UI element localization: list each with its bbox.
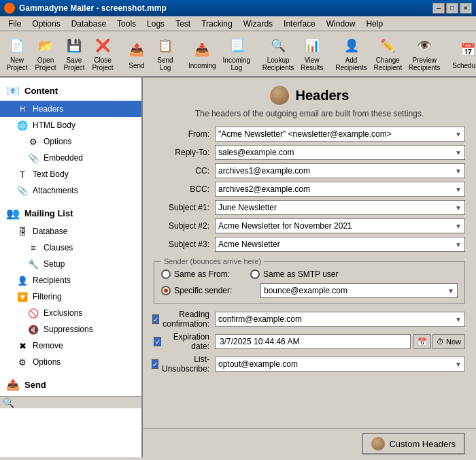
sidebar-item-headers[interactable]: H Headers xyxy=(0,101,141,117)
sidebar-item-remove[interactable]: ✖ Remove xyxy=(0,338,141,354)
change-recipient-button[interactable]: ✏️ ChangeRecipient xyxy=(372,34,405,73)
reading-checkbox[interactable]: ✓ xyxy=(152,314,159,324)
same-as-from-radio-group[interactable]: Same as From: xyxy=(161,269,230,279)
sidebar-section-send-label: Send xyxy=(24,380,46,390)
subject1-select[interactable]: June Newsletter ▼ xyxy=(215,200,465,215)
save-project-icon: 💾 xyxy=(63,36,85,55)
sidebar-item-filtering[interactable]: 🔽 Filtering xyxy=(0,289,141,305)
same-as-smtp-radio-group[interactable]: Same as SMTP user xyxy=(250,269,338,279)
sidebar-item-suppressions[interactable]: 🔇 Suppressions xyxy=(0,321,141,338)
reading-dropdown-arrow[interactable]: ▼ xyxy=(455,316,462,323)
replyto-dropdown-arrow[interactable]: ▼ xyxy=(455,149,462,157)
clauses-icon: ≡ xyxy=(27,242,39,254)
specific-sender-radio[interactable] xyxy=(161,286,171,295)
close-button[interactable]: ✕ xyxy=(460,3,472,14)
menu-tools[interactable]: Tools xyxy=(112,18,141,30)
minimize-button[interactable]: ─ xyxy=(432,3,445,14)
sidebar-item-text-body[interactable]: T Text Body xyxy=(0,166,141,182)
menu-file[interactable]: File xyxy=(3,18,27,30)
send-button[interactable]: 📤 Send xyxy=(124,34,150,73)
custom-headers-button[interactable]: Custom Headers xyxy=(362,433,465,455)
calendar-button[interactable]: 📅 xyxy=(413,334,431,349)
view-results-button[interactable]: 📊 ViewResults xyxy=(299,34,325,73)
sidebar-item-embedded[interactable]: 📎 Embedded xyxy=(0,150,141,166)
sidebar-section-mailing-label: Mailing List xyxy=(24,208,73,218)
sidebar-item-html-body[interactable]: 🌐 HTML Body xyxy=(0,117,141,133)
sidebar-section-content: 📧 Content xyxy=(0,80,141,101)
title-bar: Gammadyne Mailer - screenshot.mmp ─ □ ✕ xyxy=(0,0,476,16)
menu-options[interactable]: Options xyxy=(27,18,65,30)
incoming-button[interactable]: 📥 Incoming xyxy=(186,34,218,73)
save-project-button[interactable]: 💾 SaveProject xyxy=(61,34,87,73)
replyto-select[interactable]: sales@example.com ▼ xyxy=(215,145,465,160)
sidebar-item-exclusions[interactable]: 🚫 Exclusions xyxy=(0,305,141,321)
listunsubscribe-checkbox[interactable]: ✓ xyxy=(152,359,158,369)
subject3-row: Subject #3: Acme Newsletter ▼ xyxy=(154,237,465,252)
from-select[interactable]: "Acme Newsletter" <newsletter@example.co… xyxy=(215,127,465,142)
listunsubscribe-label-area: ✓ List-Unsubscribe: xyxy=(154,355,215,374)
menu-test[interactable]: Test xyxy=(170,18,196,30)
now-button[interactable]: ⏱ Now xyxy=(432,334,465,349)
lookup-recipients-button[interactable]: 🔍 LookupRecipients xyxy=(260,34,296,73)
preview-recipients-button[interactable]: 👁️ PreviewRecipients xyxy=(407,34,442,73)
menu-logs[interactable]: Logs xyxy=(141,18,170,30)
add-recipients-button[interactable]: 👤 AddRecipients xyxy=(334,34,369,73)
listunsubscribe-select[interactable]: optout@example.com ▼ xyxy=(215,357,465,372)
sidebar-item-clauses[interactable]: ≡ Clauses xyxy=(0,240,141,256)
subject2-dropdown-arrow[interactable]: ▼ xyxy=(455,223,462,230)
close-project-button[interactable]: ❌ CloseProject xyxy=(90,34,116,73)
maximize-button[interactable]: □ xyxy=(446,3,458,14)
bottom-bar: Custom Headers xyxy=(143,428,476,457)
expiration-controls: 📅 ⏱ Now xyxy=(413,334,465,349)
cc-dropdown-arrow[interactable]: ▼ xyxy=(455,167,462,175)
expiration-input[interactable]: 3/7/2025 10:44:46 AM xyxy=(215,334,411,349)
custom-headers-label: Custom Headers xyxy=(389,439,456,449)
subject1-dropdown-arrow[interactable]: ▼ xyxy=(455,204,462,212)
menu-wizards[interactable]: Wizards xyxy=(238,18,278,30)
title-bar-controls[interactable]: ─ □ ✕ xyxy=(432,3,472,14)
send-log-icon: 📋 xyxy=(154,36,176,55)
sidebar-label-mailing-options: Options xyxy=(33,357,61,367)
open-project-button[interactable]: 📂 OpenProject xyxy=(33,34,58,73)
sidebar-item-setup[interactable]: 🔧 Setup xyxy=(0,256,141,272)
bcc-dropdown-arrow[interactable]: ▼ xyxy=(455,186,462,193)
bcc-select[interactable]: archives2@example.com ▼ xyxy=(215,182,465,197)
specific-sender-radio-group[interactable]: Specific sender: xyxy=(161,286,256,295)
send-icon: 📤 xyxy=(126,39,148,61)
send-log-button[interactable]: 📋 SendLog xyxy=(152,34,178,73)
sidebar-item-database[interactable]: 🗄 Database xyxy=(0,223,141,240)
mailing-section-icon: 👥 xyxy=(5,206,20,220)
replyto-value: sales@example.com xyxy=(218,148,294,157)
subject1-row: Subject #1: June Newsletter ▼ xyxy=(154,200,465,215)
subject3-select[interactable]: Acme Newsletter ▼ xyxy=(215,237,465,252)
menu-interface[interactable]: Interface xyxy=(278,18,321,30)
menu-database[interactable]: Database xyxy=(66,18,112,30)
same-as-smtp-radio[interactable] xyxy=(250,269,260,279)
same-as-from-radio[interactable] xyxy=(161,269,171,279)
sidebar-item-mailing-options[interactable]: ⚙ Options xyxy=(0,354,141,370)
embedded-icon: 📎 xyxy=(27,152,39,164)
new-project-button[interactable]: 📄 NewProject xyxy=(4,34,30,73)
incoming-log-button[interactable]: 📃 IncomingLog xyxy=(221,34,253,73)
sidebar-scroll-icon[interactable]: 🔍 xyxy=(3,397,14,408)
subject2-select[interactable]: Acme Newsletter for November 2021 ▼ xyxy=(215,218,465,233)
from-row: From: "Acme Newsletter" <newsletter@exam… xyxy=(154,127,465,142)
expiration-checkbox[interactable]: ✓ xyxy=(154,337,161,346)
sidebar-item-recipients[interactable]: 👤 Recipients xyxy=(0,272,141,289)
scheduler-button[interactable]: 📅 Scheduler xyxy=(450,34,476,73)
from-dropdown-arrow[interactable]: ▼ xyxy=(455,131,462,138)
listunsubscribe-dropdown-arrow[interactable]: ▼ xyxy=(455,361,462,368)
sidebar-label-exclusions: Exclusions xyxy=(44,308,82,318)
specific-sender-select[interactable]: bounce@example.com ▼ xyxy=(260,283,458,298)
specific-sender-dropdown-arrow[interactable]: ▼ xyxy=(447,287,454,295)
sidebar-item-attachments[interactable]: 📎 Attachments xyxy=(0,182,141,199)
subject3-dropdown-arrow[interactable]: ▼ xyxy=(455,241,462,248)
sidebar-item-options[interactable]: ⚙ Options xyxy=(0,133,141,150)
title-bar-left: Gammadyne Mailer - screenshot.mmp xyxy=(4,3,167,14)
cc-select[interactable]: archives1@example.com ▼ xyxy=(215,163,465,178)
now-label: Now xyxy=(446,338,461,346)
menu-tracking[interactable]: Tracking xyxy=(196,18,238,30)
reading-select[interactable]: confirm@example.com ▼ xyxy=(215,312,465,327)
menu-window[interactable]: Window xyxy=(321,18,361,30)
menu-help[interactable]: Help xyxy=(360,18,388,30)
